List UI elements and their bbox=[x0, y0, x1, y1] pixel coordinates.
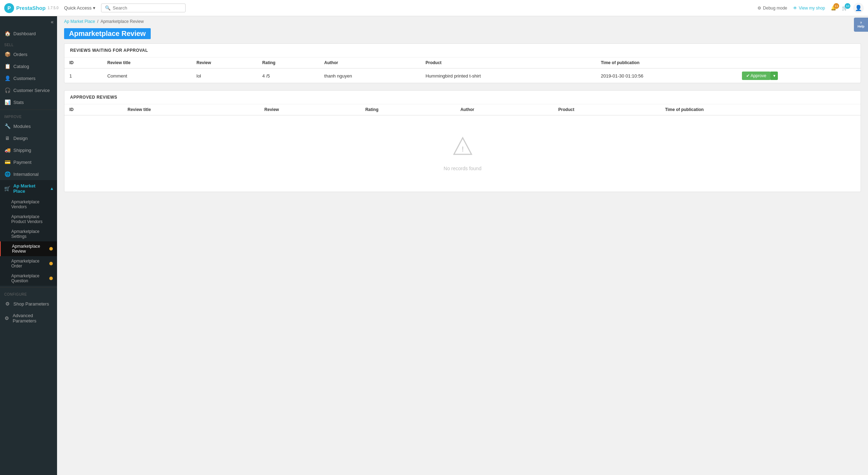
dashboard-icon: 🏠 bbox=[4, 31, 11, 36]
approved-table-body: ! No records found bbox=[64, 115, 861, 192]
col-time: Time of publication bbox=[596, 57, 737, 68]
cell-action: ✔ Approve ▾ bbox=[737, 68, 861, 83]
help-label: Help bbox=[857, 25, 864, 28]
ap-product-vendors-label: Apmarketplace Product Vendors bbox=[11, 214, 53, 224]
sidebar: « 🏠 Dashboard SELL 📦 Orders 📋 Catalog 👤 … bbox=[0, 16, 57, 475]
quick-access-button[interactable]: Quick Access ▾ bbox=[64, 5, 95, 11]
ap-question-label: Apmarketplace Question bbox=[11, 273, 47, 283]
international-icon: 🌐 bbox=[4, 171, 11, 177]
approved-reviews-section: APPROVED REVIEWS ID Review title Review … bbox=[64, 90, 861, 192]
approved-col-review-title: Review title bbox=[123, 104, 260, 115]
notification-badge: 11 bbox=[833, 3, 839, 9]
cart-button[interactable]: 🛒 10 bbox=[842, 5, 848, 11]
approve-group: ✔ Approve ▾ bbox=[742, 72, 856, 80]
sell-section-label: SELL bbox=[0, 39, 57, 48]
sidebar-item-payment[interactable]: 💳 Payment bbox=[0, 156, 57, 168]
col-author: Author bbox=[319, 57, 421, 68]
approve-button[interactable]: ✔ Approve bbox=[742, 72, 770, 80]
cell-review-title: Comment bbox=[102, 68, 192, 83]
chevron-down-icon: ▾ bbox=[93, 5, 95, 11]
page-title: Apmarketplace Review bbox=[64, 28, 151, 39]
help-button[interactable]: ? Help bbox=[854, 18, 868, 32]
cart-badge: 10 bbox=[845, 3, 850, 9]
cell-time: 2019-01-30 01:10:56 bbox=[596, 68, 737, 83]
no-records-container: ! No records found bbox=[69, 118, 856, 189]
cell-review: lol bbox=[192, 68, 257, 83]
sidebar-item-dashboard[interactable]: 🏠 Dashboard bbox=[0, 27, 57, 39]
customer-service-icon: 🎧 bbox=[4, 87, 11, 93]
sidebar-subitem-ap-order[interactable]: Apmarketplace Order bbox=[0, 256, 57, 271]
sidebar-item-orders[interactable]: 📦 Orders bbox=[0, 48, 57, 60]
sidebar-item-international[interactable]: 🌐 International bbox=[0, 168, 57, 180]
col-review: Review bbox=[192, 57, 257, 68]
main-content: Ap Market Place / Apmarketplace Review A… bbox=[57, 16, 868, 475]
col-action bbox=[737, 57, 861, 68]
modules-label: Modules bbox=[13, 124, 31, 129]
ap-review-dot bbox=[49, 247, 53, 251]
approve-dropdown-button[interactable]: ▾ bbox=[770, 72, 778, 80]
sidebar-subitem-ap-review[interactable]: Apmarketplace Review bbox=[0, 241, 57, 256]
chevron-up-icon: ▴ bbox=[51, 186, 53, 191]
no-records-text: No records found bbox=[444, 166, 481, 171]
col-product: Product bbox=[420, 57, 596, 68]
shipping-label: Shipping bbox=[13, 148, 31, 153]
debug-mode: ⚙ Debug mode bbox=[757, 6, 787, 11]
breadcrumb: Ap Market Place / Apmarketplace Review bbox=[57, 16, 868, 27]
shipping-icon: 🚚 bbox=[4, 147, 11, 153]
content-area: REVIEWS WAITING FOR APPROVAL ID Review t… bbox=[57, 43, 868, 206]
approved-col-time: Time of publication bbox=[660, 104, 861, 115]
approved-col-rating: Rating bbox=[360, 104, 455, 115]
waiting-section-title: REVIEWS WAITING FOR APPROVAL bbox=[64, 44, 861, 57]
view-shop-label: View my shop bbox=[799, 6, 825, 11]
advanced-parameters-label: Advanced Parameters bbox=[13, 313, 53, 323]
logo[interactable]: P PrestaShop 1.7.5.0 bbox=[4, 3, 58, 13]
collapse-icon: « bbox=[51, 19, 54, 25]
notification-button[interactable]: 🔔 11 bbox=[831, 5, 836, 11]
search-bar: 🔍 bbox=[101, 4, 186, 12]
payment-label: Payment bbox=[13, 160, 31, 165]
orders-icon: 📦 bbox=[4, 51, 11, 57]
cell-product: Hummingbird printed t-shirt bbox=[420, 68, 596, 83]
waiting-table-header-row: ID Review title Review Rating Author Pro… bbox=[64, 57, 861, 68]
catalog-icon: 📋 bbox=[4, 63, 11, 69]
sidebar-collapse-button[interactable]: « bbox=[0, 16, 57, 27]
no-records-cell: ! No records found bbox=[64, 115, 861, 192]
cell-author: thanh nguyen bbox=[319, 68, 421, 83]
sidebar-item-modules[interactable]: 🔧 Modules bbox=[0, 120, 57, 132]
sidebar-subitem-ap-settings[interactable]: Apmarketplace Settings bbox=[0, 227, 57, 241]
sidebar-divider-1 bbox=[0, 110, 57, 110]
payment-icon: 💳 bbox=[4, 159, 11, 165]
no-records-row: ! No records found bbox=[64, 115, 861, 192]
sidebar-subitem-ap-product-vendors[interactable]: Apmarketplace Product Vendors bbox=[0, 212, 57, 227]
ap-review-label: Apmarketplace Review bbox=[12, 244, 47, 254]
orders-label: Orders bbox=[13, 52, 27, 57]
sidebar-item-customers[interactable]: 👤 Customers bbox=[0, 72, 57, 84]
stats-label: Stats bbox=[13, 100, 24, 105]
sidebar-item-shipping[interactable]: 🚚 Shipping bbox=[0, 144, 57, 156]
sidebar-item-advanced-parameters[interactable]: ⚙ Advanced Parameters bbox=[0, 310, 57, 327]
sidebar-item-stats[interactable]: 📊 Stats bbox=[0, 96, 57, 108]
ap-market-place-header[interactable]: 🛒 Ap Market Place ▴ bbox=[0, 180, 57, 197]
search-input[interactable] bbox=[113, 5, 182, 11]
quick-access-label: Quick Access bbox=[64, 5, 92, 11]
sidebar-item-shop-parameters[interactable]: ⚙ Shop Parameters bbox=[0, 298, 57, 310]
sidebar-item-design[interactable]: 🖥 Design bbox=[0, 132, 57, 144]
sidebar-subitem-ap-vendors[interactable]: Apmarketplace Vendors bbox=[0, 197, 57, 212]
configure-section-label: CONFIGURE bbox=[0, 289, 57, 298]
breadcrumb-parent[interactable]: Ap Market Place bbox=[64, 19, 95, 24]
ap-order-label: Apmarketplace Order bbox=[11, 259, 47, 269]
gear-icon: ⚙ bbox=[757, 6, 761, 11]
ap-settings-label: Apmarketplace Settings bbox=[11, 229, 53, 239]
view-shop-button[interactable]: 👁 View my shop bbox=[793, 6, 825, 11]
sidebar-item-customer-service[interactable]: 🎧 Customer Service bbox=[0, 84, 57, 96]
sidebar-item-catalog[interactable]: 📋 Catalog bbox=[0, 60, 57, 72]
sidebar-group-ap-market-place: 🛒 Ap Market Place ▴ Apmarketplace Vendor… bbox=[0, 180, 57, 286]
ap-question-dot bbox=[49, 277, 53, 280]
sidebar-subitem-ap-question[interactable]: Apmarketplace Question bbox=[0, 271, 57, 286]
col-review-title: Review title bbox=[102, 57, 192, 68]
advanced-parameters-icon: ⚙ bbox=[4, 315, 10, 321]
user-avatar[interactable]: 👤 bbox=[853, 3, 864, 13]
page-title-bar: Apmarketplace Review bbox=[57, 27, 868, 43]
col-id: ID bbox=[64, 57, 102, 68]
approved-col-product: Product bbox=[554, 104, 660, 115]
